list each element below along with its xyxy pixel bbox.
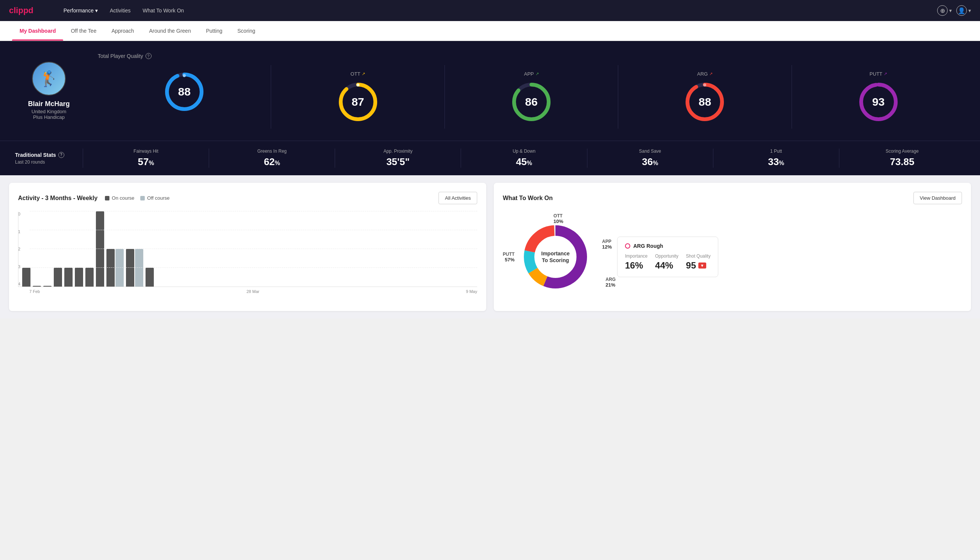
bar-group-0 xyxy=(22,268,30,287)
app-proximity-label: App. Proximity xyxy=(384,148,413,154)
tab-scoring[interactable]: Scoring xyxy=(230,21,263,41)
tpq-main-score: 88 xyxy=(98,65,271,128)
opportunity-label: Opportunity xyxy=(655,253,679,259)
stat-scoring-avg: Scoring Average 73.85 xyxy=(839,148,965,168)
shot-quality-value: 95 ▼ xyxy=(686,260,710,271)
bar-0-on xyxy=(22,268,30,287)
activity-chart-header: Activity - 3 Months - Weekly On course O… xyxy=(18,192,477,204)
ott-donut-label: OTT 10% xyxy=(554,213,563,224)
greens-in-reg-value: 62% xyxy=(264,156,280,168)
view-dashboard-button[interactable]: View Dashboard xyxy=(913,192,962,204)
detail-card: ARG Rough Importance 16% Opportunity 44%… xyxy=(617,237,718,277)
off-course-legend-dot xyxy=(140,196,145,200)
hero-section: 🏌️ Blair McHarg United Kingdom Plus Hand… xyxy=(0,41,980,141)
one-putt-value: 33% xyxy=(768,156,784,168)
bar-1-on xyxy=(33,286,41,287)
bar-8-off xyxy=(115,249,124,287)
tpq-circles: 88 OTT ↗ 87 xyxy=(98,65,965,128)
what-to-work-on-card: What To Work On View Dashboard PUTT 57% … xyxy=(494,183,971,311)
bar-2-on xyxy=(43,286,52,287)
tab-approach[interactable]: Approach xyxy=(104,21,141,41)
ott-label: OTT ↗ xyxy=(351,71,365,77)
ott-ring: 87 xyxy=(337,81,379,123)
up-down-label: Up & Down xyxy=(512,148,536,154)
legend-off-course: Off course xyxy=(140,195,170,201)
player-name: Blair McHarg xyxy=(28,100,70,108)
tpq-ott: OTT ↗ 87 xyxy=(271,65,444,128)
arg-donut-label: ARG 21% xyxy=(606,277,616,288)
importance-value: 16% xyxy=(625,260,647,271)
brand-logo[interactable]: clippd xyxy=(9,6,33,15)
bar-group-5 xyxy=(75,268,83,287)
bar-3-on xyxy=(54,268,62,287)
stat-items: Fairways Hit 57% Greens In Reg 62% App. … xyxy=(83,148,965,168)
one-putt-label: 1 Putt xyxy=(770,148,782,154)
detail-opportunity: Opportunity 44% xyxy=(655,253,679,271)
trad-stats-info-icon[interactable]: ? xyxy=(58,152,64,158)
app-score-value: 86 xyxy=(525,95,537,108)
ott-score-value: 87 xyxy=(352,95,364,108)
tab-my-dashboard[interactable]: My Dashboard xyxy=(12,21,63,41)
nav-performance[interactable]: Performance ▾ xyxy=(63,8,98,13)
svg-point-10 xyxy=(703,83,706,87)
activity-chart-title: Activity - 3 Months - Weekly xyxy=(18,195,97,202)
bar-group-9 xyxy=(126,249,143,287)
arg-ring: 88 xyxy=(684,81,725,123)
player-country: United Kingdom xyxy=(32,109,67,114)
bar-9-on xyxy=(126,249,134,287)
all-activities-button[interactable]: All Activities xyxy=(438,192,477,204)
grid-line-1 xyxy=(30,267,477,268)
ott-arrow-icon: ↗ xyxy=(362,72,365,77)
bar-group-10 xyxy=(146,268,154,287)
nav-activities[interactable]: Activities xyxy=(110,8,130,13)
bar-5-on xyxy=(75,268,83,287)
bottom-section: Activity - 3 Months - Weekly On course O… xyxy=(0,175,980,318)
chart-legend: On course Off course xyxy=(105,195,170,201)
user-account-button[interactable]: 👤 ▾ xyxy=(956,5,971,16)
bar-group-2 xyxy=(43,286,52,287)
grid-line-4 xyxy=(30,211,477,212)
main-score-value: 88 xyxy=(178,85,191,98)
stat-one-putt: 1 Putt 33% xyxy=(713,148,839,168)
stat-greens-in-reg: Greens In Reg 62% xyxy=(209,148,335,168)
putt-donut-label: PUTT 57% xyxy=(503,252,514,263)
detail-shot-quality: Shot Quality 95 ▼ xyxy=(686,253,710,271)
tab-putting[interactable]: Putting xyxy=(198,21,230,41)
legend-on-course: On course xyxy=(105,195,134,201)
player-info: 🏌️ Blair McHarg United Kingdom Plus Hand… xyxy=(15,62,83,120)
detail-importance: Importance 16% xyxy=(625,253,647,271)
sand-save-value: 36% xyxy=(642,156,658,168)
bar-4-on xyxy=(64,268,73,287)
detail-stats: Importance 16% Opportunity 44% Shot Qual… xyxy=(625,253,710,271)
bar-group-6 xyxy=(85,268,94,287)
bar-10-on xyxy=(146,268,154,287)
on-course-legend-dot xyxy=(105,196,110,200)
trad-stats-subtitle: Last 20 rounds xyxy=(15,160,83,165)
x-label-0: 7 Feb xyxy=(29,289,40,294)
top-navigation: clippd Performance ▾ Activities What To … xyxy=(0,0,980,21)
wtwo-header: What To Work On View Dashboard xyxy=(503,192,962,204)
bar-group-3 xyxy=(54,268,62,287)
arg-label: ARG ↗ xyxy=(697,71,713,77)
app-label: APP ↗ xyxy=(524,71,539,77)
tpq-info-icon[interactable]: ? xyxy=(146,53,151,59)
importance-label: Importance xyxy=(625,253,647,259)
putt-ring: 93 xyxy=(858,81,899,123)
putt-label: PUTT ↗ xyxy=(869,71,887,77)
nav-what-to-work-on[interactable]: What To Work On xyxy=(143,8,184,13)
trad-stats-label: Traditional Stats ? Last 20 rounds xyxy=(15,152,83,165)
up-down-value: 45% xyxy=(516,156,532,168)
add-button[interactable]: ⊕ ▾ xyxy=(937,5,952,16)
wtwo-title: What To Work On xyxy=(503,195,553,202)
tpq-arg: ARG ↗ 88 xyxy=(618,65,791,128)
grid-line-3 xyxy=(30,230,477,230)
tab-around-the-green[interactable]: Around the Green xyxy=(141,21,198,41)
shot-quality-label: Shot Quality xyxy=(686,253,710,259)
app-proximity-value: 35'5" xyxy=(386,156,409,168)
bar-8-on xyxy=(106,249,115,287)
nav-links: Performance ▾ Activities What To Work On xyxy=(63,8,184,13)
tab-off-the-tee[interactable]: Off the Tee xyxy=(63,21,104,41)
tpq-putt: PUTT ↗ 93 xyxy=(792,65,965,128)
bar-group-8 xyxy=(106,249,124,287)
app-donut-label: APP 12% xyxy=(602,239,612,250)
